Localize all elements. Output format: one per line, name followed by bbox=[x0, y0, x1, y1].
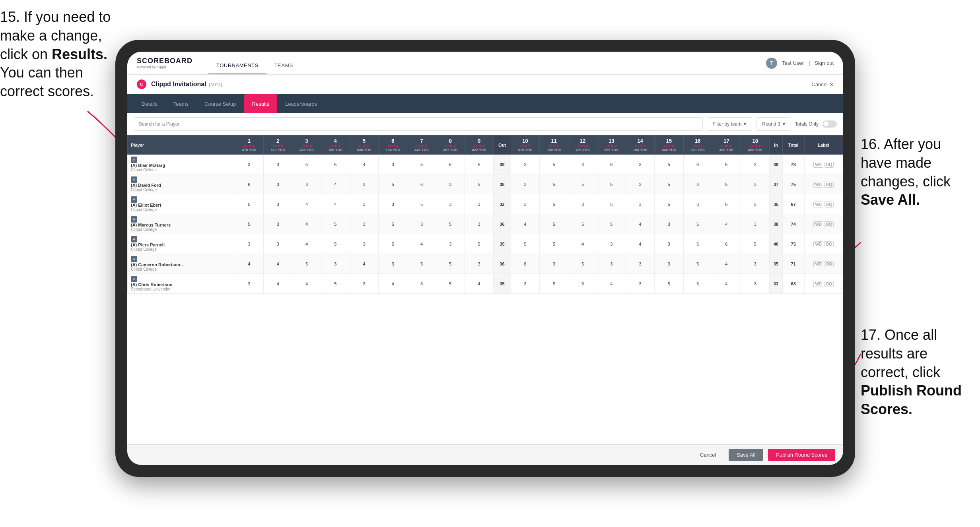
score-hole-13[interactable]: 3 bbox=[597, 254, 626, 274]
score-hole-8[interactable]: 3 bbox=[436, 174, 465, 194]
score-hole-8[interactable]: 5 bbox=[436, 254, 465, 274]
score-hole-10[interactable]: 3 bbox=[511, 274, 539, 294]
score-hole-15[interactable]: 5 bbox=[655, 274, 683, 294]
score-hole-7[interactable]: 5 bbox=[407, 194, 436, 214]
score-hole-2[interactable]: 3 bbox=[264, 174, 292, 194]
score-hole-15[interactable]: 3 bbox=[655, 254, 683, 274]
score-hole-3[interactable]: 5 bbox=[292, 155, 321, 174]
score-hole-10[interactable]: 3 bbox=[511, 174, 539, 194]
save-all-btn[interactable]: Save All bbox=[729, 449, 763, 461]
wd-btn[interactable]: WD bbox=[813, 281, 823, 287]
score-hole-8[interactable]: 3 bbox=[436, 234, 465, 254]
score-hole-16[interactable]: 3 bbox=[683, 274, 712, 294]
score-hole-14[interactable]: 4 bbox=[626, 234, 655, 254]
cancel-tournament-btn[interactable]: Cancel ✕ bbox=[812, 81, 834, 87]
score-hole-10[interactable]: 3 bbox=[511, 194, 539, 214]
score-hole-1[interactable]: 5 bbox=[235, 194, 263, 214]
dq-btn[interactable]: DQ bbox=[824, 182, 834, 188]
score-hole-17[interactable]: 6 bbox=[712, 234, 741, 254]
score-hole-15[interactable]: 5 bbox=[655, 194, 683, 214]
score-hole-18[interactable]: 3 bbox=[741, 214, 770, 234]
score-hole-17[interactable]: 6 bbox=[712, 194, 741, 214]
score-hole-12[interactable]: 4 bbox=[568, 234, 597, 254]
score-hole-14[interactable]: 4 bbox=[626, 214, 655, 234]
score-hole-2[interactable]: 3 bbox=[264, 214, 292, 234]
dq-btn[interactable]: DQ bbox=[824, 241, 834, 247]
score-hole-10[interactable]: 3 bbox=[511, 155, 539, 174]
score-hole-4[interactable]: 4 bbox=[321, 194, 350, 214]
score-hole-17[interactable]: 4 bbox=[712, 274, 741, 294]
publish-round-scores-btn[interactable]: Publish Round Scores bbox=[768, 449, 835, 461]
score-hole-4[interactable]: 4 bbox=[321, 174, 350, 194]
wd-btn[interactable]: WD bbox=[813, 221, 823, 227]
score-hole-8[interactable]: 3 bbox=[436, 194, 465, 214]
score-hole-17[interactable]: 5 bbox=[712, 174, 741, 194]
score-hole-14[interactable]: 3 bbox=[626, 274, 655, 294]
score-hole-12[interactable]: 5 bbox=[568, 214, 597, 234]
score-hole-11[interactable]: 3 bbox=[540, 254, 568, 274]
score-hole-8[interactable]: 5 bbox=[436, 214, 465, 234]
score-hole-18[interactable]: 5 bbox=[741, 194, 770, 214]
score-hole-16[interactable]: 5 bbox=[683, 254, 712, 274]
score-hole-15[interactable]: 5 bbox=[655, 174, 683, 194]
score-hole-4[interactable]: 3 bbox=[321, 254, 350, 274]
score-hole-12[interactable]: 5 bbox=[568, 174, 597, 194]
tab-details[interactable]: Details bbox=[134, 94, 165, 113]
search-input[interactable] bbox=[134, 117, 703, 131]
score-hole-9[interactable]: 3 bbox=[465, 254, 493, 274]
score-hole-13[interactable]: 5 bbox=[597, 214, 626, 234]
score-hole-18[interactable]: 3 bbox=[741, 274, 770, 294]
score-hole-11[interactable]: 5 bbox=[540, 194, 568, 214]
score-hole-13[interactable]: 6 bbox=[597, 155, 626, 174]
score-hole-1[interactable]: 3 bbox=[235, 274, 263, 294]
score-hole-4[interactable]: 5 bbox=[321, 214, 350, 234]
score-hole-17[interactable]: 4 bbox=[712, 254, 741, 274]
score-hole-6[interactable]: 5 bbox=[379, 214, 407, 234]
score-hole-9[interactable]: 4 bbox=[465, 274, 493, 294]
wd-btn[interactable]: WD bbox=[813, 261, 823, 267]
score-hole-10[interactable]: 5 bbox=[511, 234, 539, 254]
wd-btn[interactable]: WD bbox=[813, 241, 823, 247]
score-hole-7[interactable]: 5 bbox=[407, 155, 436, 174]
score-hole-6[interactable]: 3 bbox=[379, 254, 407, 274]
score-hole-12[interactable]: 5 bbox=[568, 254, 597, 274]
dq-btn[interactable]: DQ bbox=[824, 281, 834, 287]
score-hole-2[interactable]: 3 bbox=[264, 155, 292, 174]
score-hole-6[interactable]: 3 bbox=[379, 194, 407, 214]
score-hole-1[interactable]: 6 bbox=[235, 174, 263, 194]
dq-btn[interactable]: DQ bbox=[824, 261, 834, 267]
score-hole-16[interactable]: 5 bbox=[683, 214, 712, 234]
totals-only-toggle[interactable] bbox=[822, 120, 837, 128]
score-hole-12[interactable]: 3 bbox=[568, 155, 597, 174]
score-hole-7[interactable]: 3 bbox=[407, 214, 436, 234]
score-hole-1[interactable]: 5 bbox=[235, 214, 263, 234]
score-hole-16[interactable]: 3 bbox=[683, 194, 712, 214]
score-hole-5[interactable]: 3 bbox=[350, 234, 378, 254]
tab-course-setup[interactable]: Course Setup bbox=[196, 94, 244, 113]
score-hole-5[interactable]: 3 bbox=[350, 174, 378, 194]
score-hole-2[interactable]: 4 bbox=[264, 274, 292, 294]
score-hole-15[interactable]: 5 bbox=[655, 155, 683, 174]
score-hole-3[interactable]: 5 bbox=[292, 254, 321, 274]
dq-btn[interactable]: DQ bbox=[824, 221, 834, 227]
score-hole-16[interactable]: 6 bbox=[683, 155, 712, 174]
score-hole-14[interactable]: 3 bbox=[626, 254, 655, 274]
tab-leaderboards[interactable]: Leaderboards bbox=[277, 94, 325, 113]
score-hole-7[interactable]: 4 bbox=[407, 234, 436, 254]
score-hole-7[interactable]: 5 bbox=[407, 254, 436, 274]
dq-btn[interactable]: DQ bbox=[824, 202, 834, 207]
score-hole-1[interactable]: 3 bbox=[235, 234, 263, 254]
score-hole-18[interactable]: 3 bbox=[741, 155, 770, 174]
score-hole-8[interactable]: 6 bbox=[436, 155, 465, 174]
score-hole-9[interactable]: 5 bbox=[465, 174, 493, 194]
score-hole-6[interactable]: 5 bbox=[379, 174, 407, 194]
score-hole-2[interactable]: 4 bbox=[264, 254, 292, 274]
score-hole-4[interactable]: 5 bbox=[321, 155, 350, 174]
score-hole-3[interactable]: 4 bbox=[292, 194, 321, 214]
score-hole-17[interactable]: 4 bbox=[712, 214, 741, 234]
score-hole-2[interactable]: 3 bbox=[264, 194, 292, 214]
score-hole-3[interactable]: 4 bbox=[292, 274, 321, 294]
score-hole-5[interactable]: 4 bbox=[350, 254, 378, 274]
score-hole-14[interactable]: 3 bbox=[626, 174, 655, 194]
wd-btn[interactable]: WD bbox=[813, 162, 823, 168]
